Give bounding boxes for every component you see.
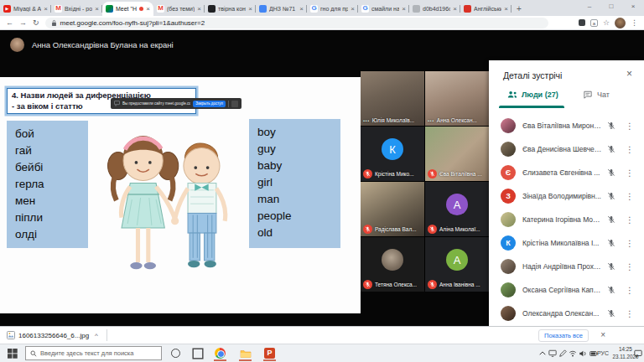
word: мен	[15, 193, 80, 209]
start-button[interactable]	[8, 349, 18, 359]
taskbar-search[interactable]	[25, 346, 162, 360]
mic-muted-badge	[363, 225, 372, 234]
powerpoint-icon[interactable]: P	[264, 348, 275, 359]
speaking-indicator-icon: •••	[428, 118, 434, 123]
tab-close-icon[interactable]: ×	[146, 5, 150, 13]
search-input[interactable]	[40, 349, 157, 357]
participant-menu-button[interactable]: ⋮	[626, 239, 634, 248]
url-field[interactable]: meet.google.com/foo-nyfh-suj?pli=1&authu…	[45, 18, 548, 28]
tile-name: Аліна Миколаї...	[439, 226, 480, 232]
wifi-icon[interactable]	[569, 349, 577, 358]
download-item[interactable]: 1606133256646_6...jpg ^	[7, 331, 98, 339]
window-close-button[interactable]: ×	[622, 0, 644, 14]
tab-english[interactable]: Англійськи ×	[460, 2, 512, 16]
download-menu-caret-icon[interactable]: ^	[95, 332, 98, 339]
task-view-button[interactable]	[192, 348, 204, 359]
tab-close-icon[interactable]: ×	[197, 5, 201, 13]
maximize-button[interactable]: □	[600, 0, 622, 14]
participant-menu-button[interactable]: ⋮	[626, 145, 634, 154]
hidden-icons-caret-icon[interactable]	[538, 349, 547, 358]
panel-close-icon[interactable]: ×	[626, 68, 632, 80]
minimize-button[interactable]: –	[579, 0, 600, 14]
shelf-close-icon[interactable]: ×	[600, 330, 605, 339]
tab-site-dark[interactable]: твірна кону ×	[205, 2, 256, 16]
participant-menu-button[interactable]: ⋮	[626, 262, 634, 272]
tab-close-icon[interactable]: ×	[248, 5, 252, 13]
tile-name: Анна Іванівна ...	[439, 282, 480, 287]
new-tab-button[interactable]: +	[517, 4, 522, 13]
tab-google-search-2[interactable]: G смайли на у ×	[358, 2, 409, 16]
participant-row: З Зінаїда Володимирівн... ⋮	[489, 184, 644, 208]
tab-people[interactable]: Люди (27)	[507, 90, 558, 99]
tab-title: Англійськи	[474, 6, 501, 12]
word: guy	[257, 141, 332, 158]
tab-close-icon[interactable]: ×	[44, 5, 48, 13]
participant-menu-button[interactable]: ⋮	[626, 309, 634, 318]
forward-icon[interactable]: →	[19, 18, 27, 27]
cortana-button[interactable]	[171, 349, 180, 358]
back-icon[interactable]: ←	[6, 18, 13, 27]
translate-icon[interactable]: a	[590, 19, 598, 27]
volume-icon[interactable]	[579, 349, 587, 358]
tab-youtube[interactable]: ▶ Miyagi & An ×	[0, 2, 51, 16]
profile-avatar[interactable]	[615, 18, 626, 28]
file-explorer-icon[interactable]	[240, 348, 252, 359]
mic-off-icon	[607, 168, 615, 177]
lock-icon	[51, 19, 57, 27]
tab-close-icon[interactable]: ×	[402, 5, 406, 13]
video-tile[interactable]: К Крістіна Мико...	[361, 127, 424, 181]
participant-menu-button[interactable]: ⋮	[626, 286, 634, 295]
monitor-tray-icon[interactable]	[548, 349, 557, 358]
pen-tray-icon[interactable]	[558, 349, 567, 358]
video-tile[interactable]: •••Юлія Миколаїв...	[361, 71, 424, 126]
language-indicator[interactable]: РУС	[597, 350, 609, 356]
participant-menu-button[interactable]: ⋮	[626, 122, 634, 131]
window-controls: – □ ×	[579, 0, 644, 14]
participant-name: Олександра Олексан...	[522, 309, 602, 318]
participant-menu-button[interactable]: ⋮	[626, 215, 634, 225]
tab-meet-active[interactable]: Meet "Н ×	[102, 2, 153, 16]
meet-icon	[106, 5, 113, 13]
running-indicator	[239, 359, 252, 361]
tab-close-icon[interactable]: ×	[351, 5, 355, 13]
reload-icon[interactable]: ↻	[33, 18, 39, 27]
tab-chat[interactable]: Чат	[583, 90, 610, 99]
tab-gmail-inbox[interactable]: M Вхідні - pom ×	[51, 2, 102, 16]
video-tile[interactable]: А Анна Іванівна ...	[425, 237, 489, 292]
bookmark-star-icon[interactable]: ☆	[603, 18, 610, 27]
avatar: А	[446, 249, 468, 271]
show-all-downloads-button[interactable]: Показать все	[538, 329, 589, 342]
browser-menu-icon[interactable]: ⋮	[631, 18, 638, 27]
tab-title: твірна кону	[218, 6, 246, 12]
stop-sharing-button[interactable]: Закрыть доступ	[193, 101, 226, 107]
video-tile[interactable]: А Аліна Миколаї...	[425, 182, 489, 236]
tab-title: Meet "Н	[116, 6, 137, 12]
mic-off-icon	[607, 145, 615, 153]
presenter-avatar	[10, 38, 24, 52]
share-message: Вы предоставили сайту meet.google.com до…	[122, 101, 190, 106]
tab-close-icon[interactable]: ×	[95, 5, 99, 13]
tab-close-icon[interactable]: ×	[299, 5, 304, 13]
kids-illustration	[89, 124, 252, 304]
word: people	[257, 208, 332, 225]
tab-close-icon[interactable]: ×	[453, 5, 457, 13]
site-icon	[259, 5, 267, 13]
chrome-taskbar-icon[interactable]	[215, 348, 226, 359]
video-tile[interactable]: Тетяна Олекса...	[361, 237, 424, 292]
tab-google-search-1[interactable]: G гно для про ×	[307, 2, 358, 16]
tab-title: d0b4d196d	[423, 6, 450, 12]
participant-menu-button[interactable]: ⋮	[626, 192, 634, 201]
video-tile[interactable]: Єва Віталіївна ...	[425, 127, 489, 181]
tab-gmail-draft[interactable]: M (без теми) ×	[153, 2, 205, 16]
participant-menu-button[interactable]: ⋮	[626, 168, 634, 178]
action-center-icon[interactable]	[634, 349, 642, 358]
extension-icon[interactable]	[579, 19, 585, 26]
tab-image[interactable]: d0b4d196d ×	[409, 2, 460, 16]
hide-share-bar-button[interactable]	[231, 101, 238, 107]
tab-dnz71[interactable]: ДНЗ №71 ×	[256, 2, 307, 16]
participant-row: Катерина Ігорівна Мор... ⋮	[489, 208, 644, 231]
mic-off-icon	[607, 239, 615, 247]
video-tile[interactable]: Радіслава Вал...	[361, 182, 424, 236]
tab-close-icon[interactable]: ×	[504, 5, 508, 13]
video-tile[interactable]: •••Анна Олексан...	[425, 71, 489, 126]
